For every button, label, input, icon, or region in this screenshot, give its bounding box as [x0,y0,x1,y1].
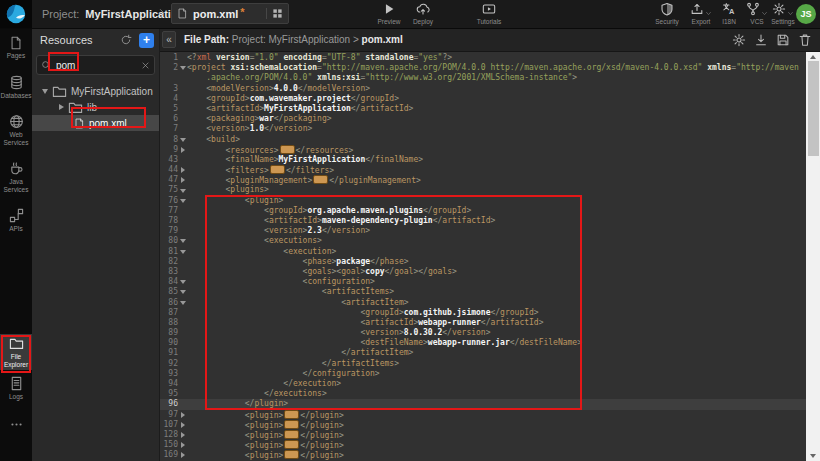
code-line-90[interactable]: 90 <destFileName>webapp-runner.jar</dest… [160,338,806,348]
scrollbar-thumb[interactable] [808,61,819,156]
sidebar-item-java-services[interactable]: Java Services [0,159,32,195]
code-line-78[interactable]: 78 <artifactId>maven-dependency-plugin</… [160,216,806,226]
tool-deploy[interactable]: Deploy [406,3,440,25]
code-line-85[interactable]: 85 <artifactItems> [160,287,806,297]
tool-tutorials[interactable]: Tutorials [472,3,506,25]
sidebar-item-web-services[interactable]: Web Services [0,112,32,148]
fold-open-icon[interactable] [178,298,187,308]
gutter[interactable]: 4 [160,94,187,104]
tree-item-lib[interactable]: lib [32,99,159,115]
code-line-8[interactable]: 8 <build> [160,135,806,145]
editor-scrollbar[interactable] [806,52,820,461]
sidebar-item-apis[interactable]: APIs [0,206,32,235]
gutter[interactable]: 8 [160,135,187,145]
gutter[interactable]: 169 [160,450,187,460]
grid-icon[interactable] [266,8,283,19]
scroll-up-arrow-icon[interactable] [810,55,816,59]
code-line-47[interactable]: 47 <pluginManagement></pluginManagement> [160,175,806,185]
gutter[interactable]: 79 [160,226,187,236]
gutter[interactable]: 2 [160,63,187,73]
tab-pom-xml[interactable]: pom.xml * [171,3,289,24]
gutter[interactable] [160,73,187,83]
folded-code-pill[interactable] [313,175,328,184]
gutter[interactable]: 94 [160,379,187,389]
code-line-76[interactable]: 76 <plugin> [160,196,806,206]
code-line-wrap[interactable]: .apache.org/POM/4.0.0" xmlns:xsi="http:/… [160,73,806,83]
add-resource-button[interactable]: + [139,33,154,48]
editor-settings-button[interactable] [732,33,746,47]
gutter[interactable]: 91 [160,348,187,358]
code-line-91[interactable]: 91 </artifactItem> [160,348,806,358]
tool-preview[interactable]: Preview [372,3,406,25]
scroll-down-arrow-icon[interactable] [810,454,816,458]
resources-search[interactable] [36,55,155,75]
sidebar-item-pages[interactable]: Pages [0,34,32,62]
code-line-88[interactable]: 88 <artifactId>webapp-runner</artifactId… [160,318,806,328]
code-line-7[interactable]: 7 <version>1.0</version> [160,124,806,134]
clear-search-icon[interactable] [141,61,150,70]
code-line-44[interactable]: 44 <filters></filters> [160,165,806,175]
code-line-75[interactable]: 75 <plugins> [160,185,806,195]
gutter[interactable]: 3 [160,84,187,94]
gutter[interactable]: 93 [160,369,187,379]
save-file-button[interactable] [776,33,790,47]
code-line-79[interactable]: 79 <version>2.3</version> [160,226,806,236]
gutter[interactable]: 78 [160,216,187,226]
code-line-43[interactable]: 43 <finalName>MyFirstApplication</finalN… [160,155,806,165]
folded-code-pill[interactable] [284,420,299,429]
gutter[interactable]: 83 [160,267,187,277]
gutter[interactable]: 77 [160,206,187,216]
tree-caret-closed-icon[interactable] [56,104,66,110]
gutter[interactable]: 5 [160,104,187,114]
tool-security[interactable]: Security [650,3,684,25]
code-editor[interactable]: 1<?xml version="1.0" encoding="UTF-8" st… [160,52,806,461]
code-line-95[interactable]: 95 </executions> [160,389,806,399]
gutter[interactable]: 47 [160,175,187,185]
gutter[interactable]: 89 [160,328,187,338]
code-line-89[interactable]: 89 <version>8.0.30.2</version> [160,328,806,338]
collapse-panel-button[interactable]: « [162,31,176,48]
fold-open-icon[interactable] [178,287,187,297]
fold-closed-icon[interactable] [178,440,187,450]
fold-open-icon[interactable] [178,185,187,195]
gutter[interactable]: 7 [160,124,187,134]
code-line-83[interactable]: 83 <goals><goal>copy</goal></goals> [160,267,806,277]
gutter[interactable]: 90 [160,338,187,348]
fold-open-icon[interactable] [178,196,187,206]
code-line-84[interactable]: 84 <configuration> [160,277,806,287]
gutter[interactable]: 92 [160,359,187,369]
gutter[interactable]: 87 [160,308,187,318]
code-line-97[interactable]: 97 <plugin></plugin> [160,410,806,420]
code-line-107[interactable]: 107 <plugin></plugin> [160,420,806,430]
folded-code-pill[interactable] [284,430,299,439]
gutter[interactable]: 44 [160,165,187,175]
folded-code-pill[interactable] [270,165,285,174]
code-line-4[interactable]: 4 <groupId>com.wavemaker.project</groupI… [160,94,806,104]
code-line-6[interactable]: 6 <packaging>war</packaging> [160,114,806,124]
gutter[interactable]: 81 [160,247,187,257]
code-line-87[interactable]: 87 <groupId>com.github.jsimone</groupId> [160,308,806,318]
code-line-86[interactable]: 86 <artifactItem> [160,298,806,308]
gutter[interactable]: 128 [160,430,187,440]
fold-closed-icon[interactable] [178,430,187,440]
folded-code-pill[interactable] [284,410,299,419]
fold-closed-icon[interactable] [178,420,187,430]
gutter[interactable]: 85 [160,287,187,297]
fold-closed-icon[interactable] [178,175,187,185]
fold-open-icon[interactable] [178,63,187,73]
fold-open-icon[interactable] [178,135,187,145]
folded-code-pill[interactable] [280,145,295,154]
tree-caret-open-icon[interactable] [40,89,50,94]
folded-code-pill[interactable] [284,440,299,449]
fold-open-icon[interactable] [178,236,187,246]
sidebar-item-file-explorer[interactable]: File Explorer [0,334,32,370]
code-line-77[interactable]: 77 <groupId>org.apache.maven.plugins</gr… [160,206,806,216]
gutter[interactable]: 9 [160,145,187,155]
gutter[interactable]: 95 [160,389,187,399]
folded-code-pill[interactable] [284,450,299,459]
tool-settings[interactable]: Settings [766,3,800,25]
gutter[interactable]: 97 [160,410,187,420]
code-line-96[interactable]: 96 </plugin> [160,399,806,409]
fold-open-icon[interactable] [178,247,187,257]
fold-closed-icon[interactable] [178,165,187,175]
